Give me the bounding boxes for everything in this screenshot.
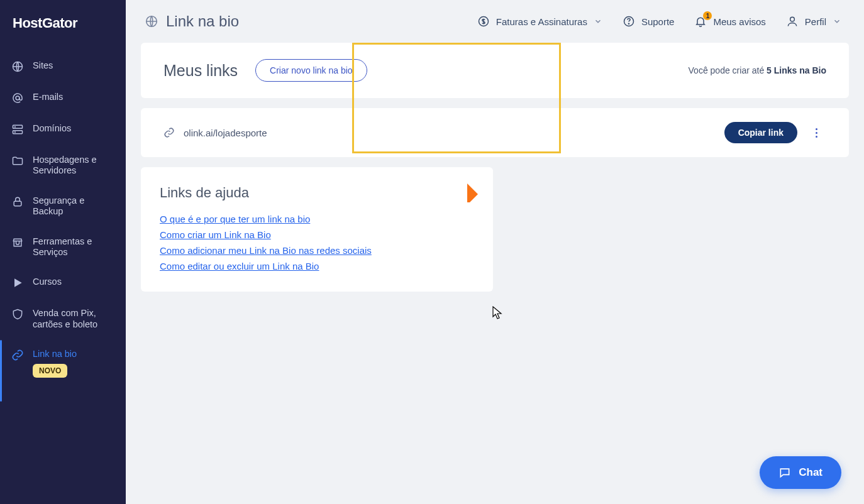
link-url: olink.ai/lojadesporte — [184, 128, 716, 138]
link-item-card: olink.ai/lojadesporte Copiar link — [141, 108, 849, 157]
help-link[interactable]: Como criar um Link na Bio — [160, 229, 474, 240]
globe-icon — [11, 60, 24, 73]
page-title: Link na bio — [145, 13, 468, 30]
link-more-menu[interactable] — [806, 123, 826, 143]
create-link-button[interactable]: Criar novo link na bio — [255, 59, 367, 82]
at-icon — [11, 92, 24, 104]
sidebar-item-label: Domínios — [33, 123, 114, 134]
help-links-list: O que é e por que ter um link na bio Com… — [160, 214, 474, 271]
sidebar-item-courses[interactable]: Cursos — [0, 268, 126, 298]
topbar-billing[interactable]: Faturas e Assinaturas — [477, 15, 602, 28]
dollar-icon — [477, 15, 490, 28]
main: Link na bio Faturas e Assinaturas — [126, 0, 864, 504]
folder-icon — [11, 155, 24, 167]
help-title: Links de ajuda — [160, 185, 474, 201]
triangles-icon — [457, 184, 478, 202]
store-icon — [11, 236, 24, 249]
user-icon — [786, 15, 799, 28]
svg-point-1 — [16, 96, 19, 100]
svg-marker-13 — [467, 194, 478, 202]
svg-point-11 — [790, 17, 794, 21]
svg-point-10 — [628, 23, 629, 24]
sidebar-item-domains[interactable]: Domínios — [0, 114, 126, 145]
sidebar-item-label: Venda com Pix, cartões e boleto — [33, 308, 114, 330]
notification-count: 1 — [703, 11, 712, 20]
sidebar-item-label: Sites — [33, 60, 114, 71]
globe-icon — [145, 14, 158, 28]
sidebar-item-label: Link na bio NOVO — [33, 349, 114, 378]
sidebar-item-label: E-mails — [33, 92, 114, 102]
sidebar-item-security[interactable]: Segurança e Backup — [0, 187, 126, 226]
sidebar-item-linkbio[interactable]: Link na bio NOVO — [0, 340, 126, 386]
chevron-down-icon — [594, 17, 602, 26]
copy-link-button[interactable]: Copiar link — [724, 122, 797, 143]
sidebar-item-tools[interactable]: Ferramentas e Serviços — [0, 227, 126, 267]
chat-icon — [778, 466, 791, 479]
link-icon — [163, 127, 175, 138]
help-link[interactable]: O que é e por que ter um link na bio — [160, 214, 474, 224]
sidebar-item-payments[interactable]: Venda com Pix, cartões e boleto — [0, 299, 126, 339]
svg-point-4 — [14, 126, 15, 127]
sidebar-nav: Sites E-mails Domínios Hospedagens e Ser… — [0, 52, 126, 386]
topbar: Link na bio Faturas e Assinaturas — [126, 0, 864, 43]
sidebar-item-label: Hospedagens e Servidores — [33, 155, 114, 177]
topbar-notifications[interactable]: 1 Meus avisos — [694, 15, 765, 28]
chevron-down-icon — [833, 17, 841, 26]
brand-logo: HostGator — [0, 15, 126, 52]
chat-button[interactable]: Chat — [760, 456, 841, 489]
help-link[interactable]: Como editar ou excluir um Link na Bio — [160, 261, 474, 271]
server-icon — [11, 123, 24, 136]
sidebar-item-sites[interactable]: Sites — [0, 52, 126, 82]
bell-icon: 1 — [694, 15, 707, 28]
my-links-card: Meus links Criar novo link na bio Você p… — [141, 43, 849, 98]
shield-icon — [11, 308, 24, 320]
sidebar-item-hosting[interactable]: Hospedagens e Servidores — [0, 146, 126, 185]
question-icon — [623, 15, 635, 28]
help-links-card: Links de ajuda O que é e por que ter um … — [141, 167, 493, 292]
lock-icon — [11, 195, 24, 208]
quota-text: Você pode criar até 5 Links na Bio — [689, 65, 826, 75]
play-icon — [11, 277, 24, 289]
topbar-profile[interactable]: Perfil — [786, 15, 841, 28]
sidebar-item-label: Cursos — [33, 277, 114, 287]
svg-marker-12 — [467, 184, 478, 194]
new-badge: NOVO — [33, 364, 67, 378]
topbar-menu: Faturas e Assinaturas Suporte 1 — [477, 15, 841, 28]
sidebar-item-emails[interactable]: E-mails — [0, 83, 126, 113]
sidebar: HostGator Sites E-mails Domínios — [0, 0, 126, 504]
my-links-title: Meus links — [163, 62, 238, 80]
svg-point-5 — [14, 132, 15, 133]
link-icon — [11, 349, 24, 361]
sidebar-item-label: Ferramentas e Serviços — [33, 236, 114, 258]
content: Meus links Criar novo link na bio Você p… — [126, 43, 864, 317]
help-link[interactable]: Como adicionar meu Link na Bio nas redes… — [160, 245, 474, 256]
topbar-support[interactable]: Suporte — [623, 15, 675, 28]
svg-rect-6 — [14, 201, 21, 206]
sidebar-item-label: Segurança e Backup — [33, 195, 114, 217]
